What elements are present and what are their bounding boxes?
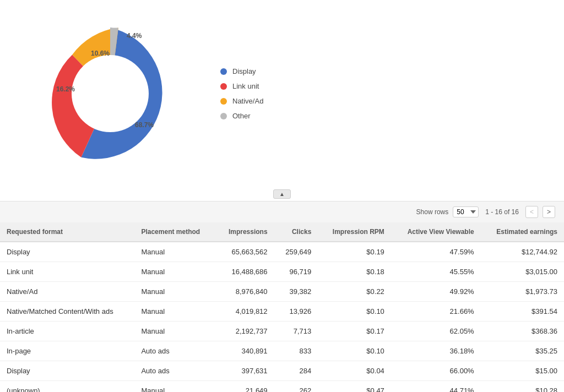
legend-dot-other (220, 113, 227, 119)
cell-format: Display (0, 361, 134, 381)
col-header-impressions: Impressions (215, 222, 274, 242)
cell-format: Native/Matched Content/With ads (0, 302, 134, 322)
cell-impressions: 4,019,812 (215, 302, 274, 322)
cell-impressions: 397,631 (215, 361, 274, 381)
col-header-earnings: Estimated earnings (481, 222, 564, 242)
col-header-impression-rpm: Impression RPM (318, 222, 391, 242)
cell-clicks: 96,719 (274, 262, 318, 282)
table-row: (unknown) Manual 21,649 262 $0.47 44.71%… (0, 381, 564, 393)
cell-active-view: 44.71% (391, 381, 481, 393)
cell-clicks: 284 (274, 361, 318, 381)
cell-impressions: 2,192,737 (215, 322, 274, 341)
cell-impressions: 65,663,562 (215, 242, 274, 262)
table-row: Native/Ad Manual 8,976,840 39,382 $0.22 … (0, 282, 564, 302)
legend-dot-nativead (220, 98, 227, 105)
col-header-placement: Placement method (134, 222, 215, 242)
table-row: Display Auto ads 397,631 284 $0.04 66.00… (0, 361, 564, 381)
legend-item-nativead: Native/Ad (220, 97, 263, 105)
cell-impression-rpm: $0.22 (318, 282, 391, 302)
cell-impression-rpm: $0.18 (318, 262, 391, 282)
cell-impressions: 8,976,840 (215, 282, 274, 302)
legend-label-nativead: Native/Ad (232, 97, 263, 105)
table-row: In-page Auto ads 340,891 833 $0.10 36.18… (0, 341, 564, 361)
data-table: Requested format Placement method Impres… (0, 222, 564, 392)
cell-earnings: $391.54 (481, 302, 564, 322)
chart-legend: Display Link unit Native/Ad Other (220, 67, 263, 120)
legend-item-linkunit: Link unit (220, 82, 263, 90)
cell-earnings: $1,973.73 (481, 282, 564, 302)
legend-label-linkunit: Link unit (232, 82, 259, 90)
cell-earnings: $12,744.92 (481, 242, 564, 262)
cell-impression-rpm: $0.10 (318, 302, 391, 322)
pagination-next-button[interactable]: > (543, 206, 555, 218)
cell-impressions: 21,649 (215, 381, 274, 393)
legend-item-display: Display (220, 67, 263, 75)
cell-placement: Manual (134, 322, 215, 341)
cell-clicks: 7,713 (274, 322, 318, 341)
cell-clicks: 13,926 (274, 302, 318, 322)
cell-impression-rpm: $0.04 (318, 361, 391, 381)
cell-format: In-article (0, 322, 134, 341)
col-header-active-view: Active View Viewable (391, 222, 481, 242)
donut-hole (72, 55, 149, 132)
cell-placement: Manual (134, 282, 215, 302)
cell-active-view: 49.92% (391, 282, 481, 302)
table-row: Link unit Manual 16,488,686 96,719 $0.18… (0, 262, 564, 282)
cell-clicks: 833 (274, 341, 318, 361)
table-section: Show rows 50 10 25 100 1 - 16 of 16 < > … (0, 201, 564, 392)
collapse-handle[interactable]: ▲ (0, 187, 564, 201)
table-header: Requested format Placement method Impres… (0, 222, 564, 242)
cell-active-view: 36.18% (391, 341, 481, 361)
cell-format: Link unit (0, 262, 134, 282)
cell-impressions: 340,891 (215, 341, 274, 361)
cell-format: Display (0, 242, 134, 262)
cell-active-view: 45.55% (391, 262, 481, 282)
cell-clicks: 262 (274, 381, 318, 393)
cell-clicks: 259,649 (274, 242, 318, 262)
cell-impression-rpm: $0.17 (318, 322, 391, 341)
cell-active-view: 66.00% (391, 361, 481, 381)
chart-section: 68.7% 16.2% 10.6% 4.4% Display Link unit… (0, 0, 564, 187)
collapse-button[interactable]: ▲ (273, 189, 291, 199)
cell-earnings: $368.36 (481, 322, 564, 341)
cell-placement: Auto ads (134, 361, 215, 381)
cell-active-view: 21.66% (391, 302, 481, 322)
cell-active-view: 47.59% (391, 242, 481, 262)
cell-clicks: 39,382 (274, 282, 318, 302)
table-toolbar: Show rows 50 10 25 100 1 - 16 of 16 < > (0, 202, 564, 222)
table-row: Display Manual 65,663,562 259,649 $0.19 … (0, 242, 564, 262)
cell-impression-rpm: $0.47 (318, 381, 391, 393)
table-row: Native/Matched Content/With ads Manual 4… (0, 302, 564, 322)
col-header-format: Requested format (0, 222, 134, 242)
cell-active-view: 62.05% (391, 322, 481, 341)
table-body: Display Manual 65,663,562 259,649 $0.19 … (0, 242, 564, 392)
legend-label-other: Other (232, 112, 251, 120)
cell-placement: Manual (134, 381, 215, 393)
legend-dot-linkunit (220, 83, 227, 90)
cell-placement: Auto ads (134, 341, 215, 361)
show-rows-label: Show rows (416, 208, 449, 216)
cell-placement: Manual (134, 242, 215, 262)
legend-dot-display (220, 68, 227, 75)
cell-earnings: $35.25 (481, 341, 564, 361)
cell-placement: Manual (134, 262, 215, 282)
table-row: In-article Manual 2,192,737 7,713 $0.17 … (0, 322, 564, 341)
legend-label-display: Display (232, 67, 256, 75)
cell-earnings: $3,015.00 (481, 262, 564, 282)
cell-earnings: $15.00 (481, 361, 564, 381)
cell-format: (unknown) (0, 381, 134, 393)
pagination-info: 1 - 16 of 16 (485, 208, 519, 216)
cell-earnings: $10.28 (481, 381, 564, 393)
cell-format: In-page (0, 341, 134, 361)
cell-placement: Manual (134, 302, 215, 322)
cell-format: Native/Ad (0, 282, 134, 302)
pagination-prev-button[interactable]: < (525, 206, 538, 218)
donut-chart: 68.7% 16.2% 10.6% 4.4% (33, 17, 187, 171)
cell-impressions: 16,488,686 (215, 262, 274, 282)
rows-per-page-select[interactable]: 50 10 25 100 (453, 206, 479, 217)
cell-impression-rpm: $0.10 (318, 341, 391, 361)
cell-impression-rpm: $0.19 (318, 242, 391, 262)
legend-item-other: Other (220, 112, 263, 120)
table-header-row: Requested format Placement method Impres… (0, 222, 564, 242)
page-wrapper: 68.7% 16.2% 10.6% 4.4% Display Link unit… (0, 0, 564, 392)
